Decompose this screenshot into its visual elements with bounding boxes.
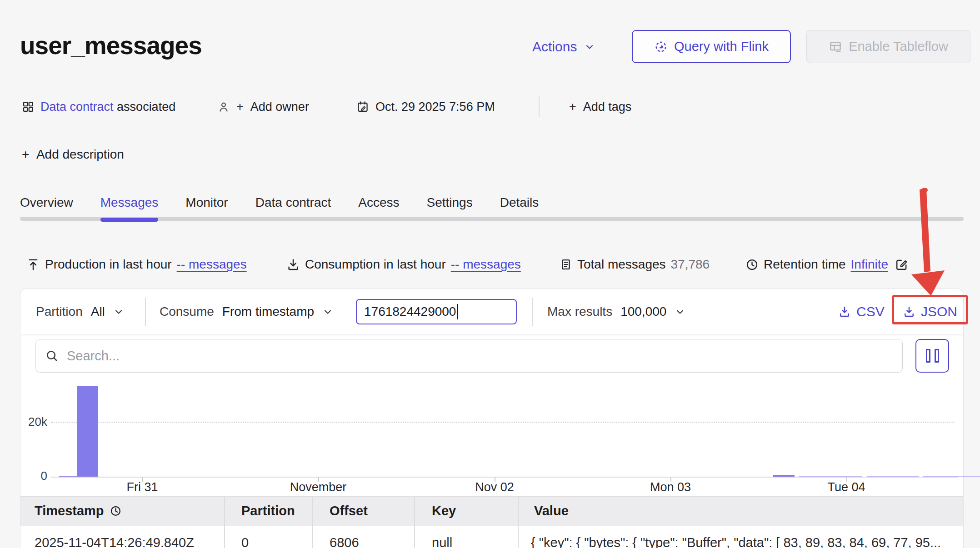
total-messages-label: Total messages (577, 257, 666, 272)
annotation-arrow (905, 184, 955, 299)
tab-details[interactable]: Details (500, 195, 539, 218)
total-messages-stat: Total messages 37,786 (560, 257, 710, 272)
production-stat: Production in last hour -- messages (26, 257, 247, 272)
max-results-value: 100,000 (620, 304, 666, 319)
pause-icon (926, 349, 930, 363)
chevron-down-icon (322, 306, 333, 317)
cell-value: { "key": { "bytes": { "type": "Buffer", … (531, 535, 963, 548)
production-value-link[interactable]: -- messages (177, 257, 247, 272)
consume-filter[interactable]: Consume From timestamp (160, 300, 333, 324)
x-axis-label: Fri 31 (101, 480, 183, 494)
csv-label: CSV (856, 304, 885, 319)
consume-icon (286, 258, 300, 271)
add-description-button[interactable]: + Add description (22, 145, 124, 164)
clock-icon (745, 258, 759, 271)
histogram-bar (867, 476, 919, 477)
y-axis-tick-20k: 20k (17, 415, 47, 429)
query-with-flink-button[interactable]: Query with Flink (632, 30, 791, 63)
modified-date: Oct. 29 2025 7:56 PM (356, 97, 495, 117)
filter-divider (532, 298, 533, 326)
histogram-bar (923, 476, 980, 477)
column-header-value[interactable]: Value (534, 503, 569, 518)
partition-value: All (91, 304, 105, 319)
column-divider (414, 496, 415, 548)
retention-stat: Retention time Infinite (745, 257, 908, 272)
consumption-value-link[interactable]: -- messages (451, 257, 521, 272)
chevron-down-icon (675, 306, 685, 317)
pause-icon (935, 349, 939, 363)
annotation-highlight-box (892, 295, 968, 324)
x-axis-label: Tue 04 (805, 480, 887, 494)
column-header-key[interactable]: Key (432, 503, 456, 518)
calendar-edit-icon (356, 100, 369, 113)
consumption-label: Consumption in last hour (305, 257, 446, 272)
actions-menu[interactable]: Actions (532, 39, 595, 55)
chevron-down-icon (584, 41, 595, 52)
cell-offset: 6806 (330, 535, 359, 548)
search-icon (45, 349, 59, 363)
tab-messages[interactable]: Messages (100, 195, 159, 218)
query-with-flink-label: Query with Flink (674, 39, 769, 54)
column-divider (224, 496, 225, 548)
tab-bar: Overview Messages Monitor Data contract … (20, 195, 539, 218)
timestamp-input[interactable]: 1761824429000 (356, 299, 517, 324)
add-owner-label: Add owner (250, 100, 309, 114)
enable-tableflow-label: Enable Tableflow (849, 39, 948, 54)
tab-data-contract[interactable]: Data contract (255, 195, 331, 218)
cell-key: null (432, 535, 452, 548)
toolbar-divider (21, 334, 963, 335)
column-header-timestamp[interactable]: Timestamp (35, 503, 122, 518)
max-results-filter[interactable]: Max results 100,000 (547, 300, 685, 324)
text-caret (457, 304, 458, 319)
search-bar[interactable] (35, 339, 903, 373)
retention-value-link[interactable]: Infinite (851, 257, 889, 272)
filter-divider (145, 298, 146, 326)
search-input[interactable] (66, 348, 893, 364)
column-header-offset[interactable]: Offset (330, 503, 368, 518)
partition-filter[interactable]: Partition All (36, 300, 124, 324)
tab-settings[interactable]: Settings (426, 195, 472, 218)
histogram-bar (59, 476, 77, 477)
document-icon (560, 258, 572, 271)
add-tags-label: Add tags (583, 100, 632, 114)
consume-value: From timestamp (222, 304, 314, 319)
meta-divider (539, 96, 540, 117)
chevron-down-icon (113, 306, 124, 317)
consumption-stat: Consumption in last hour -- messages (286, 257, 521, 272)
timestamp-header-label: Timestamp (35, 503, 104, 518)
produce-icon (26, 258, 40, 271)
data-contract-link[interactable]: Data contract (40, 100, 114, 114)
production-label: Production in last hour (45, 257, 172, 272)
plus-sign: + (236, 100, 244, 114)
x-axis-label: Nov 02 (454, 480, 535, 494)
tab-overview[interactable]: Overview (20, 195, 73, 218)
consume-label: Consume (160, 304, 214, 319)
page-title: user_messages (20, 31, 202, 60)
y-axis-tick-0: 0 (17, 469, 47, 483)
gridline-20k (51, 422, 955, 423)
plus-sign: + (569, 100, 576, 114)
column-divider (312, 496, 313, 548)
data-contract-icon (22, 100, 35, 113)
flink-icon (654, 40, 668, 54)
message-histogram (51, 386, 958, 478)
cell-partition: 0 (241, 535, 249, 548)
add-tags-button[interactable]: + Add tags (569, 97, 631, 117)
download-icon (838, 305, 851, 318)
enable-tableflow-button[interactable]: Enable Tableflow (806, 30, 970, 63)
column-header-partition[interactable]: Partition (241, 503, 295, 518)
cell-timestamp: 2025-11-04T14:26:49.840Z (35, 535, 194, 548)
tab-monitor[interactable]: Monitor (185, 195, 228, 218)
retention-label: Retention time (764, 257, 846, 272)
x-axis-label: November (277, 480, 359, 494)
add-owner-button[interactable]: + Add owner (217, 97, 309, 117)
person-icon (217, 100, 230, 113)
data-contract-chip[interactable]: Data contract associated (22, 97, 175, 117)
x-axis-label: Mon 03 (630, 480, 711, 494)
tab-access[interactable]: Access (358, 195, 399, 218)
pause-button[interactable] (915, 339, 949, 373)
download-csv-button[interactable]: CSV (838, 301, 885, 322)
add-description-label: Add description (36, 147, 124, 161)
data-contract-suffix: associated (117, 100, 175, 114)
modified-date-text: Oct. 29 2025 7:56 PM (375, 100, 495, 114)
